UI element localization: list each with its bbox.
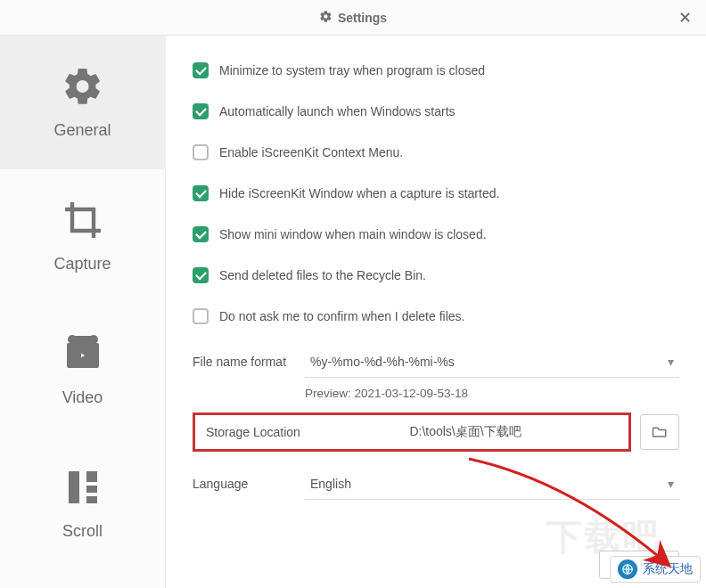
language-row: Language English ▾ <box>193 468 679 500</box>
close-icon: ✕ <box>678 8 692 28</box>
dropdown-value: %y-%mo-%d-%h-%mi-%s <box>310 355 455 369</box>
checkbox-icon <box>193 103 209 119</box>
scroll-icon <box>62 466 104 511</box>
sidebar-item-label: General <box>53 121 111 140</box>
preview-label: Preview: <box>305 387 351 400</box>
window-title: Settings <box>319 10 387 26</box>
check-confirm-delete[interactable]: Do not ask me to confirm when I delete f… <box>193 308 679 324</box>
content-panel: Minimize to system tray when program is … <box>166 36 706 588</box>
check-label: Do not ask me to confirm when I delete f… <box>219 309 464 323</box>
svg-rect-5 <box>69 471 79 503</box>
sidebar-item-general[interactable]: General <box>0 36 165 169</box>
crop-icon <box>62 199 104 244</box>
sidebar-item-video[interactable]: Video <box>0 303 165 437</box>
titlebar: Settings ✕ <box>0 0 706 36</box>
check-hide-window[interactable]: Hide iScreenKit Window when a capture is… <box>193 185 679 201</box>
sidebar-item-capture[interactable]: Capture <box>0 169 165 303</box>
dropdown-value: English <box>310 477 351 491</box>
check-context-menu[interactable]: Enable iScreenKit Context Menu. <box>193 144 679 160</box>
video-icon <box>62 332 104 378</box>
sidebar-item-label: Scroll <box>62 522 103 541</box>
check-label: Hide iScreenKit Window when a capture is… <box>219 186 499 200</box>
check-mini-window[interactable]: Show mini window when main window is clo… <box>193 226 679 242</box>
sidebar-item-scroll[interactable]: Scroll <box>0 437 165 570</box>
storage-location-row: Storage Location D:\tools\桌面\下载吧 <box>193 412 679 452</box>
language-dropdown[interactable]: English ▾ <box>305 468 679 500</box>
preview-value: 2021-03-12-09-53-18 <box>355 387 469 400</box>
svg-rect-6 <box>86 471 97 482</box>
watermark-text: 系统天地 <box>643 561 693 577</box>
chevron-down-icon: ▾ <box>668 477 674 491</box>
check-auto-launch[interactable]: Automatically launch when Windows starts <box>193 103 679 119</box>
storage-label: Storage Location <box>206 425 313 439</box>
check-label: Show mini window when main window is clo… <box>219 227 487 241</box>
close-button[interactable]: ✕ <box>674 7 695 29</box>
checkbox-icon <box>193 185 209 201</box>
checkbox-icon <box>193 226 209 242</box>
title-text: Settings <box>338 11 387 25</box>
sidebar-item-label: Capture <box>53 255 111 274</box>
main-area: General Capture Video Scroll Minimize to… <box>0 36 706 588</box>
check-label: Automatically launch when Windows starts <box>219 104 456 118</box>
checkbox-icon <box>193 144 209 160</box>
folder-icon <box>652 424 668 441</box>
check-label: Enable iScreenKit Context Menu. <box>219 145 403 159</box>
browse-folder-button[interactable] <box>640 414 679 450</box>
filename-label: File name format <box>193 355 305 369</box>
checkbox-icon <box>193 267 209 283</box>
chevron-down-icon: ▾ <box>668 355 674 369</box>
sidebar-item-label: Video <box>62 388 103 407</box>
language-label: Language <box>193 477 305 491</box>
gear-icon <box>319 10 332 26</box>
check-minimize-tray[interactable]: Minimize to system tray when program is … <box>193 62 679 78</box>
filename-preview: Preview: 2021-03-12-09-53-18 <box>305 387 679 400</box>
filename-format-row: File name format %y-%mo-%d-%h-%mi-%s ▾ <box>193 346 679 378</box>
gear-icon <box>62 65 104 110</box>
globe-icon <box>618 559 637 579</box>
svg-rect-7 <box>86 486 97 493</box>
svg-rect-8 <box>86 496 97 503</box>
site-watermark: 系统天地 <box>610 556 701 583</box>
check-label: Send deleted files to the Recycle Bin. <box>219 268 426 282</box>
filename-format-dropdown[interactable]: %y-%mo-%d-%h-%mi-%s ▾ <box>305 346 679 378</box>
checkbox-icon <box>193 308 209 324</box>
svg-rect-4 <box>76 338 90 341</box>
sidebar: General Capture Video Scroll <box>0 36 166 588</box>
checkbox-icon <box>193 62 209 78</box>
storage-location-highlight: Storage Location D:\tools\桌面\下载吧 <box>193 412 631 452</box>
storage-path[interactable]: D:\tools\桌面\下载吧 <box>313 424 618 440</box>
check-recycle-bin[interactable]: Send deleted files to the Recycle Bin. <box>193 267 679 283</box>
check-label: Minimize to system tray when program is … <box>219 63 485 78</box>
